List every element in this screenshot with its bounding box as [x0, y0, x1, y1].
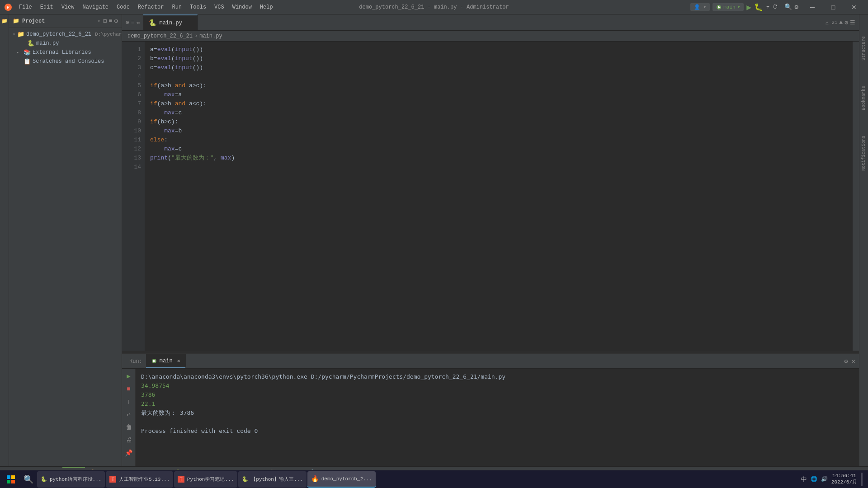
console-output-2: 3786	[141, 390, 854, 399]
git-user-icon[interactable]: 👤 ▾	[690, 3, 710, 11]
tab-bar-right-icons: △ 21 ▲ ⚙ ☰	[822, 14, 859, 30]
taskbar-clock[interactable]: 14:56:41 2022/6/月	[831, 473, 857, 485]
code-line-1: a=eval(input())	[150, 45, 847, 54]
menu-view[interactable]: View	[58, 2, 78, 12]
ln-9: 9	[122, 117, 145, 127]
sidebar-options-icon[interactable]: ⚙	[114, 17, 118, 25]
run-tab[interactable]: main ✕	[146, 354, 186, 368]
taskbar-lang-icon[interactable]: 中	[801, 475, 807, 483]
search-everywhere-button[interactable]: 🔍	[784, 3, 792, 11]
scratches-icon: 📋	[24, 58, 31, 65]
sidebar-title: Project	[22, 18, 95, 24]
close-panel-icon[interactable]: ✕	[852, 357, 855, 365]
clear-icon[interactable]: 🗑	[124, 422, 134, 433]
breadcrumb-toggle[interactable]: ☰	[850, 19, 855, 26]
taskbar: 🔍 🐍 python语言程序设... T 人工智能作业5.13... T Pyt…	[0, 470, 868, 488]
expand-all-icon[interactable]: ⊞	[103, 17, 107, 25]
taskbar-demo-label: demo_pytorch_2...	[321, 476, 372, 482]
menu-tools[interactable]: Tools	[186, 2, 210, 12]
editor-scrollbar[interactable]	[853, 42, 859, 351]
bottom-tab-spacer	[186, 354, 840, 368]
coverage-button[interactable]: ☂	[766, 3, 769, 11]
project-tree: ▾ 📁 demo_pytorch_22_6_21 D:\pycharm\Pych…	[9, 28, 122, 466]
console-output-3: 22.1	[141, 399, 854, 408]
taskbar-python-input-icon: 🐍	[242, 476, 248, 482]
collapse-all-icon[interactable]: ≡	[108, 17, 112, 25]
run-settings-icon[interactable]: ⚙	[844, 357, 848, 365]
folder-structure-icon[interactable]: ≡	[131, 19, 135, 26]
menu-run[interactable]: Run	[168, 2, 185, 12]
window-controls: ─ □ ✕	[802, 0, 864, 14]
pin-icon[interactable]: 📌	[123, 447, 134, 459]
taskbar-demo-pytorch[interactable]: 🔥 demo_pytorch_2...	[307, 471, 376, 488]
run-tab-close[interactable]: ✕	[177, 358, 180, 364]
scroll-up-icon[interactable]: ▲	[839, 19, 843, 26]
console-exit-line: Process finished with exit code 0	[141, 427, 854, 436]
breadcrumb-separator: ›	[194, 33, 198, 39]
taskbar-network-icon[interactable]: 🌐	[811, 476, 817, 483]
project-dropdown-arrow[interactable]: ▾	[98, 19, 100, 24]
profile-button[interactable]: ⏱	[773, 4, 778, 10]
svg-rect-10	[7, 480, 10, 483]
taskbar-show-desktop[interactable]	[861, 473, 863, 486]
menu-edit[interactable]: Edit	[37, 2, 57, 12]
minimize-button[interactable]: ─	[802, 0, 823, 14]
run-button[interactable]: ▶	[746, 2, 751, 12]
scratches-item[interactable]: ▸ 📋 Scratches and Consoles	[9, 57, 122, 66]
cortana-icon[interactable]: 🔍	[21, 474, 36, 484]
menu-file[interactable]: File	[15, 2, 36, 12]
sidebar-toolbar: ⊞ ≡ ⚙	[103, 17, 118, 25]
menu-code[interactable]: Code	[113, 2, 133, 12]
soft-wrap-icon[interactable]: ↩	[125, 409, 132, 420]
bottom-panel: Run: main ✕ ⚙ ✕	[122, 353, 859, 466]
main-py-item[interactable]: ▸ 🐍 main.py	[9, 39, 122, 48]
breadcrumb-part2[interactable]: main.py	[199, 33, 222, 39]
breadcrumb-part1[interactable]: demo_pytorch_22_6_21	[127, 33, 193, 39]
new-file-icon[interactable]: ⊕	[126, 19, 129, 26]
main-py-tab[interactable]: 🐍 main.py ✕	[143, 14, 198, 30]
code-line-6: max=a	[150, 90, 847, 99]
taskbar-volume-icon[interactable]: 🔊	[821, 476, 828, 483]
run-config-selector[interactable]: main ▾	[712, 3, 744, 11]
project-view-icon[interactable]: 📁	[0, 16, 9, 26]
debug-button[interactable]: 🐛	[754, 3, 763, 12]
taskbar-python-notes[interactable]: T Python学习笔记...	[174, 471, 237, 488]
content-area: 📁 📁 Project ▾ ⊞ ≡ ⚙ ▾ 📁 demo_pytorch_22_…	[0, 14, 868, 466]
settings-editor-icon[interactable]: ⚙	[844, 19, 848, 26]
menu-refactor[interactable]: Refactor	[134, 2, 168, 12]
taskbar-python-prog[interactable]: 🐍 python语言程序设...	[37, 471, 105, 488]
menu-help[interactable]: Help	[256, 2, 277, 12]
ln-2: 2	[122, 54, 145, 63]
project-root-item[interactable]: ▾ 📁 demo_pytorch_22_6_21 D:\pycharm\Pych…	[9, 30, 122, 39]
notifications-label[interactable]: Notifications	[860, 132, 867, 174]
external-libraries-item[interactable]: ▸ 📚 External Libraries	[9, 48, 122, 57]
run-tab-label: main	[160, 358, 173, 364]
console-output-4: 最大的数为： 3786	[141, 408, 854, 418]
rerun-button[interactable]: ▶	[125, 371, 132, 382]
bookmarks-label[interactable]: Bookmarks	[860, 82, 867, 114]
taskbar-python-input[interactable]: 🐍 【python】输入三...	[238, 471, 306, 488]
taskbar-time-display: 14:56:41	[832, 473, 856, 479]
taskbar-date-display: 2022/6/月	[831, 479, 857, 485]
main-py-label: main.py	[36, 40, 118, 47]
stop-button[interactable]: ■	[125, 384, 132, 394]
taskbar-python-notes-icon: T	[178, 476, 184, 483]
close-button[interactable]: ✕	[844, 0, 864, 14]
project-name-label: demo_pytorch_22_6_21	[26, 31, 91, 38]
code-editor[interactable]: 1 2 3 4 5 6 7 8 9 10 11 12 13 14	[122, 42, 859, 351]
menu-window[interactable]: Window	[229, 2, 255, 12]
print-icon[interactable]: 🖨	[124, 435, 134, 446]
code-line-9: if(b>c):	[150, 117, 847, 127]
warning-count-indicator[interactable]: △ 21	[826, 19, 837, 25]
taskbar-ai-work[interactable]: T 人工智能作业5.13...	[106, 471, 173, 488]
menu-navigate[interactable]: Navigate	[79, 2, 112, 12]
structure-label[interactable]: Structure	[860, 33, 867, 64]
menu-vcs[interactable]: VCS	[211, 2, 228, 12]
maximize-button[interactable]: □	[823, 0, 844, 14]
code-content[interactable]: a=eval(input()) b=eval(input()) c=eval(i…	[145, 42, 853, 351]
scroll-to-end-icon[interactable]: ↓	[125, 396, 132, 407]
start-button[interactable]	[2, 471, 20, 488]
collapse-tree-icon[interactable]: ⇐	[137, 19, 140, 26]
settings-button[interactable]: ⚙	[795, 3, 798, 11]
svg-rect-9	[11, 475, 15, 479]
